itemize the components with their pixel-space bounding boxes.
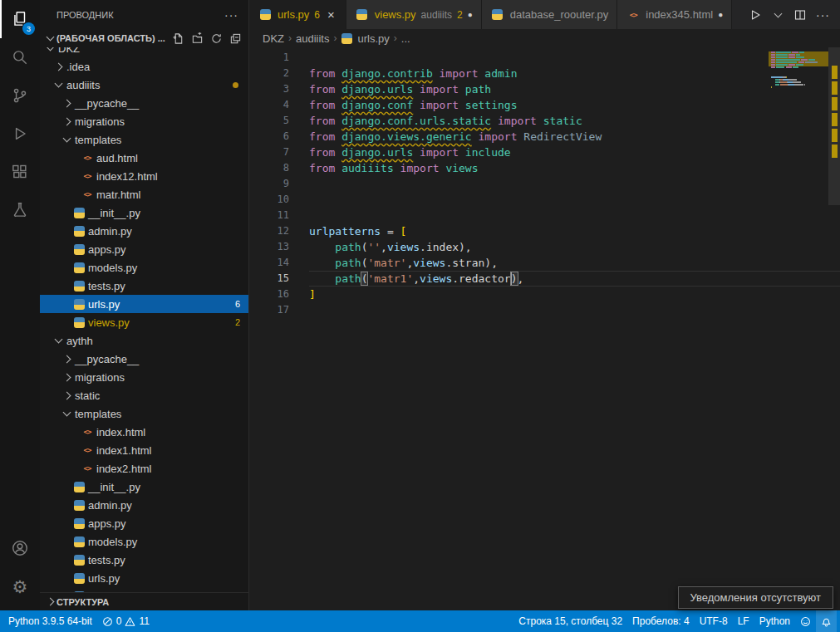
explorer-icon[interactable]: 3 [0, 0, 40, 38]
tree-file-views.py[interactable]: views.py2 [40, 313, 248, 331]
tree-folder-aythh[interactable]: aythh [40, 331, 248, 350]
tree-file-apps.py[interactable]: apps.py [40, 514, 248, 532]
code-line[interactable] [309, 192, 840, 208]
collapse-all-icon[interactable] [229, 32, 242, 45]
new-folder-icon[interactable] [191, 32, 204, 45]
code-line[interactable]: from django.conf import settings [309, 97, 840, 113]
new-file-icon[interactable] [172, 32, 184, 45]
extensions-icon[interactable] [0, 153, 40, 191]
notifications-bell-icon[interactable] [816, 610, 837, 632]
tree-file-tests.py[interactable]: tests.py [40, 551, 248, 569]
code-line[interactable]: from django.urls import path [309, 81, 840, 97]
code-line[interactable] [309, 302, 840, 318]
line-number: 10 [249, 192, 289, 208]
search-icon[interactable] [0, 38, 40, 76]
indentation-status[interactable]: Пробелов: 4 [627, 610, 695, 632]
tree-folder-__pycache__[interactable]: __pycache__ [40, 94, 248, 112]
code-line[interactable]: from django.urls import include [309, 145, 840, 160]
refresh-icon[interactable] [210, 32, 223, 45]
tree-file-admin.py[interactable]: admin.py [40, 222, 248, 240]
code-content[interactable]: from django.contrib import adminfrom dja… [289, 50, 840, 610]
python-interpreter-status[interactable]: Python 3.9.5 64-bit [3, 610, 97, 632]
tree-folder-audiiits[interactable]: audiiits [40, 76, 248, 94]
problems-status[interactable]: 0 11 [97, 610, 155, 632]
run-debug-icon[interactable] [0, 115, 40, 153]
tree-item-label: index.html [96, 426, 145, 438]
source-control-icon[interactable] [0, 76, 40, 115]
tree-file-index1.html[interactable]: <>index1.html [40, 441, 248, 459]
breadcrumb-item[interactable]: ... [401, 32, 410, 45]
tab-index345.html[interactable]: <>index345.html● [617, 0, 732, 29]
tree-file-models.py[interactable]: models.py [40, 532, 248, 551]
language-mode-status[interactable]: Python [754, 610, 795, 632]
python-icon [71, 281, 86, 292]
tab-database_roouter.py[interactable]: database_roouter.py [482, 0, 618, 29]
eol-label: LF [738, 615, 749, 627]
tree-file-models.py[interactable]: models.py [40, 258, 248, 277]
account-icon[interactable] [0, 529, 40, 567]
run-python-file-icon[interactable] [749, 8, 762, 22]
tree-folder-migrations[interactable]: migrations [40, 112, 248, 130]
code-line[interactable]: from django.conf.urls.static import stat… [309, 113, 840, 129]
tree-folder-.idea[interactable]: .idea [40, 57, 248, 76]
breadcrumb-item[interactable]: urls.py [357, 32, 389, 45]
tree-folder-DKZ[interactable]: DKZ [40, 47, 248, 57]
tree-file-index12.html[interactable]: <>index12.html [40, 167, 248, 185]
tree-file-tests.py[interactable]: tests.py [40, 277, 248, 295]
tree-file-admin.py[interactable]: admin.py [40, 496, 248, 514]
tree-folder-static[interactable]: static [40, 386, 248, 404]
html-icon: <> [80, 190, 95, 198]
tree-file-urls.py[interactable]: urls.py6 [40, 295, 248, 313]
code-line[interactable]: from django.views.generic import Redirec… [309, 129, 840, 145]
breadcrumb-item[interactable]: DKZ [263, 32, 284, 45]
scrollbar[interactable] [828, 47, 840, 610]
tab-views.py[interactable]: views.pyaudiiits2● [346, 0, 482, 29]
views-more-actions-icon[interactable]: ··· [224, 8, 238, 22]
more-actions-icon[interactable]: ··· [816, 8, 830, 22]
tree-folder-__pycache__[interactable]: __pycache__ [40, 350, 248, 368]
tree-file-aud.html[interactable]: <>aud.html [40, 149, 248, 167]
run-dropdown-chevron-icon[interactable] [771, 13, 784, 17]
code-line[interactable]: from audiiits import views [309, 160, 840, 176]
eol-status[interactable]: LF [733, 610, 754, 632]
tree-folder-templates[interactable]: templates [40, 404, 248, 423]
tree-file-apps.py[interactable]: apps.py [40, 240, 248, 258]
encoding-status[interactable]: UTF-8 [695, 610, 733, 632]
code-line[interactable] [309, 176, 840, 192]
code-line[interactable] [309, 50, 840, 66]
code-line[interactable]: from django.contrib import admin [309, 66, 840, 81]
code-line[interactable] [309, 208, 840, 223]
breadcrumb[interactable]: DKZ›audiiits›urls.py›... [249, 29, 840, 47]
python-icon [490, 9, 505, 20]
code-line[interactable]: path('matr1',views.redactor), [309, 271, 840, 287]
line-number: 11 [249, 208, 289, 223]
tab-label: views.py [375, 8, 416, 21]
cursor-position-status[interactable]: Строка 15, столбец 32 [513, 610, 627, 632]
settings-gear-icon[interactable]: ⚙ [0, 567, 40, 605]
tree-folder-migrations[interactable]: migrations [40, 368, 248, 386]
code-line[interactable]: path('',views.index), [309, 239, 840, 255]
code-line[interactable]: ] [309, 287, 840, 302]
breadcrumb-item[interactable]: audiiits [296, 32, 329, 45]
split-editor-icon[interactable] [793, 8, 807, 22]
tree-file-__init__.py[interactable]: __init__.py [40, 203, 248, 222]
tree-file-matr.html[interactable]: <>matr.html [40, 185, 248, 203]
testing-icon[interactable] [0, 191, 40, 229]
chevron-right-icon [43, 599, 56, 605]
tree-file-index.html[interactable]: <>index.html [40, 423, 248, 441]
tree-folder-templates[interactable]: templates [40, 130, 248, 149]
tree-file-__init__.py[interactable]: __init__.py [40, 478, 248, 496]
minimap[interactable] [769, 49, 828, 91]
outline-section-header[interactable]: СТРУКТУРА [40, 592, 248, 610]
code-editor[interactable]: 1234567891011121314151617 from django.co… [249, 47, 840, 610]
chevron-right-icon [52, 64, 65, 70]
tree-file-index2.html[interactable]: <>index2.html [40, 459, 248, 478]
tab-urls.py[interactable]: urls.py6× [249, 0, 346, 29]
close-icon[interactable]: × [325, 7, 337, 22]
language-label: Python [759, 615, 790, 627]
code-line[interactable]: urlpatterns = [ [309, 223, 840, 239]
workspace-section-header[interactable]: (РАБОЧАЯ ОБЛАСТЬ) ... [40, 29, 248, 47]
tree-file-urls.py[interactable]: urls.py [40, 569, 248, 587]
feedback-icon[interactable] [795, 610, 816, 632]
code-line[interactable]: path('matr',views.stran), [309, 255, 840, 271]
